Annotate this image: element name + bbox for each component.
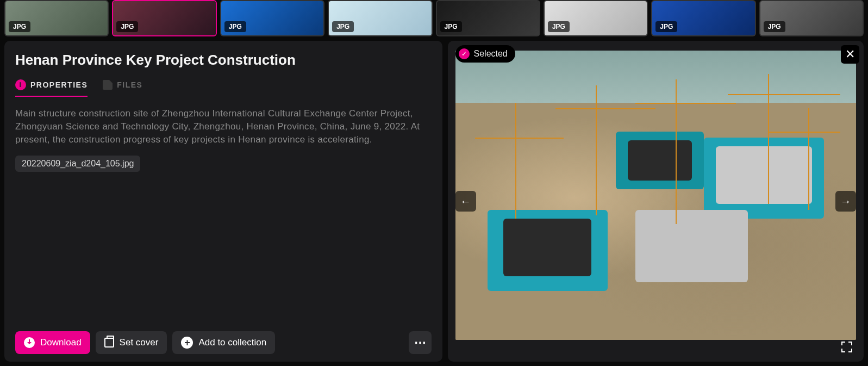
close-icon: ✕ [845, 47, 855, 61]
info-icon: i [15, 79, 26, 90]
preview-image[interactable] [455, 51, 857, 340]
thumbnail-item[interactable]: JPG [651, 0, 755, 36]
format-badge: JPG [9, 21, 30, 32]
format-badge: JPG [764, 21, 785, 32]
format-badge: JPG [116, 21, 138, 32]
filename-chip: 20220609_zia_d204_105.jpg [15, 156, 140, 172]
format-badge: JPG [548, 21, 570, 32]
fullscreen-button[interactable] [838, 338, 856, 356]
file-icon [103, 80, 113, 90]
add-to-collection-button[interactable]: + Add to collection [172, 331, 275, 354]
action-row: Download Set cover + Add to collection ⋯ [15, 331, 432, 354]
check-icon: ✓ [459, 48, 470, 59]
button-label: Set cover [120, 337, 159, 348]
thumbnail-strip: JPG JPG JPG JPG JPG JPG JPG JPG [0, 0, 868, 41]
download-icon [24, 337, 35, 348]
thumbnail-item[interactable]: JPG [436, 0, 540, 36]
tab-label: FILES [117, 80, 142, 89]
set-cover-icon [104, 338, 114, 348]
thumbnail-item[interactable]: JPG [4, 0, 109, 36]
format-badge: JPG [332, 21, 354, 32]
more-button[interactable]: ⋯ [409, 331, 432, 354]
thumbnail-item[interactable]: JPG [328, 0, 432, 36]
format-badge: JPG [655, 21, 677, 32]
preview-panel: ✓ Selected ✕ [448, 41, 864, 362]
page-title: Henan Province Key Project Construction [15, 52, 432, 69]
button-label: Download [40, 337, 82, 348]
fullscreen-icon [841, 342, 852, 352]
selected-label: Selected [474, 49, 508, 59]
detail-panel: Henan Province Key Project Construction … [4, 41, 442, 362]
selected-pill[interactable]: ✓ Selected [455, 45, 515, 63]
prev-button[interactable]: ← [455, 191, 476, 212]
thumbnail-item[interactable]: JPG [544, 0, 648, 36]
thumbnail-item[interactable]: JPG [112, 0, 216, 36]
next-button[interactable]: → [835, 191, 856, 212]
ellipsis-icon: ⋯ [414, 336, 426, 350]
download-button[interactable]: Download [15, 331, 90, 354]
tabs: i PROPERTIES FILES [15, 79, 432, 97]
thumbnail-item[interactable]: JPG [220, 0, 324, 36]
set-cover-button[interactable]: Set cover [96, 331, 167, 354]
close-button[interactable]: ✕ [841, 45, 859, 64]
tab-files[interactable]: FILES [103, 79, 142, 97]
tab-label: PROPERTIES [30, 80, 88, 89]
tab-properties[interactable]: i PROPERTIES [15, 79, 88, 97]
thumbnail-item[interactable]: JPG [759, 0, 864, 36]
plus-icon: + [181, 337, 193, 349]
format-badge: JPG [224, 21, 246, 32]
description-text: Main structure construction site of Zhen… [15, 107, 432, 146]
arrow-left-icon: ← [460, 195, 471, 208]
arrow-right-icon: → [840, 195, 851, 208]
format-badge: JPG [440, 21, 462, 32]
button-label: Add to collection [198, 337, 266, 348]
